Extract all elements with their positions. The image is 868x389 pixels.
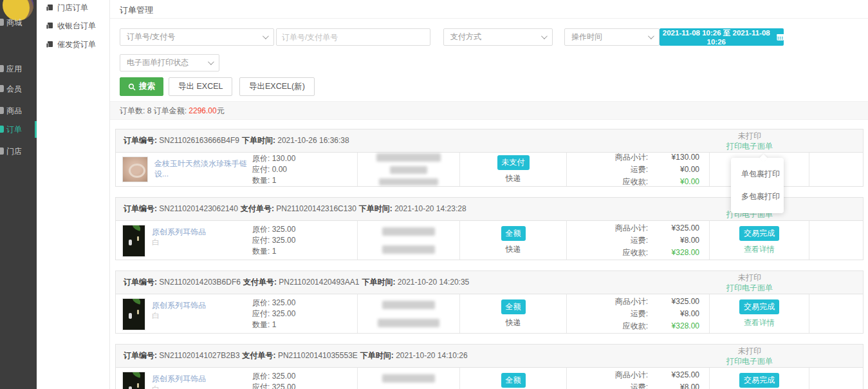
apps-icon [0,65,4,72]
orig-price-value: 130.00 [272,154,296,163]
multi-package-print-option[interactable]: 多包裹打印 [731,185,784,208]
action-cell: 交易完成 查看详情 [709,221,809,260]
product-image[interactable] [122,225,145,257]
members-icon [0,85,4,92]
orig-price-value: 325.00 [272,225,296,234]
orders-icon [0,126,4,133]
export-excel-new-button[interactable]: 导出EXCEL(新) [239,77,315,96]
subtotal-label: 商品小计: [615,296,648,307]
print-waybill-link[interactable]: 打印电子面单 [695,356,804,366]
select-value: 操作时间 [571,32,602,43]
time-type-select[interactable]: 操作时间 [564,28,660,46]
product-image[interactable] [122,298,145,330]
order-header: 订单编号: SN211020141027B2B3 支付单号: PN2110201… [116,345,863,368]
blurred-customer-info [382,301,435,309]
product-name-link[interactable]: 原创系列耳饰品 [152,374,254,384]
blurred-customer-info [378,319,439,327]
submenu-item-urge-orders[interactable]: 催发货订单 [46,39,96,50]
shipping-label: 运费: [631,164,648,175]
order-status-badge: 交易完成 [739,373,779,388]
sidebar-item-label: 订单 [6,125,22,134]
sidebar-item-stores[interactable]: 门店 [0,143,37,160]
payable-label: 应付: [252,165,270,174]
product-image[interactable] [122,372,145,389]
product-name-link[interactable]: 金枝玉叶天然淡水珍珠手链设... [154,158,256,179]
order-field-select[interactable]: 订单号/支付号 [120,28,274,46]
date-range-value: 2021-11-08 10:26 至 2021-11-08 10:26 [660,28,773,46]
product-price-info: 原价: 325.00 应付: 325.00 数量: 1 [252,298,295,330]
export-excel-button[interactable]: 导出 EXCEL [169,77,232,96]
shipping-value: ¥0.00 [648,164,699,175]
customer-cell-blurred [357,294,459,333]
document-icon [46,41,53,48]
order-number-input[interactable] [276,28,430,46]
receivable-value: ¥328.00 [648,247,699,258]
submenu-item-cashier-orders[interactable]: 收银台订单 [46,21,96,31]
order-no-label: 订单编号: [124,278,157,287]
qty-label: 数量: [252,320,270,329]
amounts-cell: 商品小计:¥130.00 运费:¥0.00 应收款:¥0.00 [566,153,709,186]
pay-no-value: PN211020141035553E [278,351,358,360]
export-label: 导出 EXCEL [178,81,223,92]
receivable-label: 应收款: [623,247,648,258]
shipping-label: 运费: [631,382,648,389]
sidebar-item-apps[interactable]: 应用 [0,61,37,77]
delivery-method: 快递 [506,318,521,328]
pay-no-label: 支付单号: [243,351,276,360]
payable-value: 0.00 [272,165,287,174]
order-time-label: 下单时间: [242,136,275,145]
shipping-label: 运费: [631,235,648,245]
mall-icon [0,19,4,26]
product-image[interactable] [122,157,148,182]
payment-status-cell: 全额 快递 [459,294,566,333]
pay-status-badge: 全额 [501,226,526,241]
delivery-method: 快递 [506,244,521,255]
view-detail-link[interactable]: 查看详情 [744,318,775,328]
print-waybill-link[interactable]: 打印电子面单 [695,141,804,151]
subtotal-label: 商品小计: [615,370,648,380]
sidebar-item-label: 商品 [6,106,22,115]
order-header: 订单编号: SN21102014203B6DF6 支付单号: PN2110201… [116,271,863,294]
product-name-link[interactable]: 原创系列耳饰品 [152,227,254,237]
qty-value: 1 [272,247,277,256]
order-header: 订单编号: SN211026163666B4F9 下单时间: 2021-10-2… [116,129,863,153]
amounts-cell: 商品小计:¥325.00 运费:¥8.00 应收款:¥328.00 [566,294,709,333]
export-new-label: 导出EXCEL(新) [249,81,305,92]
sidebar-item-label: 商城 [6,18,22,27]
sidebar-item-members[interactable]: 会员 [0,81,37,97]
product-name-link[interactable]: 原创系列耳饰品 [152,300,254,310]
single-package-print-option[interactable]: 单包裹打印 [731,163,784,185]
calendar-icon [777,33,784,41]
view-detail-link[interactable]: 查看详情 [744,244,775,255]
print-waybill-link[interactable]: 打印电子面单 [695,283,804,293]
empty-cell [809,221,863,260]
pay-method-select[interactable]: 支付方式 [443,28,553,46]
sidebar-item-mall[interactable]: 商城 [0,14,37,31]
orig-price-label: 原价: [252,154,270,163]
order-time-label: 下单时间: [362,278,395,287]
sidebar-item-goods[interactable]: 商品 [0,102,37,119]
pay-no-value: PN2110201420493AA1 [279,278,359,287]
submenu-item-label: 收银台订单 [57,21,96,31]
receivable-value: ¥0.00 [648,176,699,187]
receivable-label: 应收款: [623,321,648,331]
payable-value: 325.00 [272,236,296,245]
order-no-label: 订单编号: [124,351,157,360]
date-range-button[interactable]: 2021-11-08 10:26 至 2021-11-08 10:26 [660,28,784,46]
submenu-item-store-orders[interactable]: 门店订单 [46,3,88,13]
order-management-page: 订单管理 订单号/支付号 支付方式 操作时间 2021-11-08 10:26 … [109,0,868,389]
order-time-value: 2021-10-26 16:36:38 [277,136,349,145]
search-button[interactable]: 搜索 [120,77,163,96]
customer-cell-blurred [357,221,459,260]
receivable-value: ¥328.00 [648,321,699,331]
receivable-label: 应收款: [623,176,648,187]
sidebar-item-orders[interactable]: 订单 [0,121,37,138]
document-icon [46,4,53,12]
empty-cell [809,153,863,186]
waybill-status-select[interactable]: 电子面单打印状态 [120,54,219,71]
stores-icon [0,147,4,155]
payable-label: 应付: [252,383,270,389]
blurred-customer-info [376,153,441,162]
orig-price-label: 原价: [252,298,270,307]
blurred-customer-info [382,245,435,254]
